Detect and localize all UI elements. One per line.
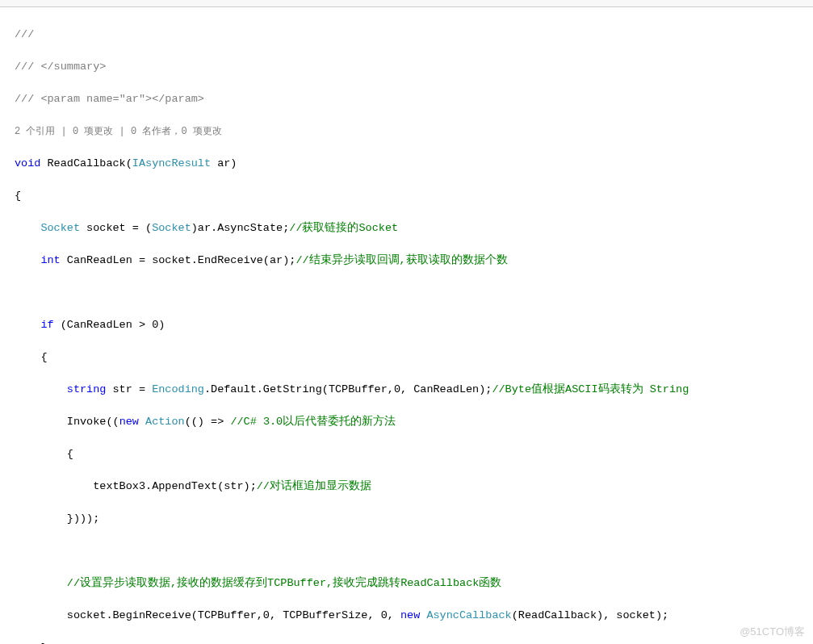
code-line: if (CanReadLen > 0) <box>15 317 813 333</box>
code-line: void ReadCallback(IAsyncResult ar) <box>15 156 813 172</box>
code-line: //设置异步读取数据,接收的数据缓存到TCPBuffer,接收完成跳转ReadC… <box>15 575 813 592</box>
code-line: { <box>15 349 813 366</box>
watermark-text: @51CTO博客 <box>740 625 805 639</box>
code-line: { <box>15 446 813 462</box>
code-line: /// <param name="ar"></param> <box>15 91 813 107</box>
code-line: string str = Encoding.Default.GetString(… <box>15 382 813 398</box>
code-line <box>15 285 813 301</box>
code-line: } <box>15 640 813 644</box>
code-line: int CanReadLen = socket.EndReceive(ar);/… <box>15 253 813 269</box>
code-line: }))); <box>15 511 813 527</box>
code-line: /// </summary> <box>15 59 813 75</box>
code-line: socket.BeginReceive(TCPBuffer,0, TCPBuff… <box>15 608 813 624</box>
code-line: { <box>15 188 813 204</box>
code-line: Socket socket = (Socket)ar.AsyncState;//… <box>15 220 813 236</box>
code-editor[interactable]: /// /// </summary> /// <param name="ar">… <box>0 7 813 644</box>
code-line: Invoke((new Action(() => //C# 3.0以后代替委托的… <box>15 414 813 430</box>
code-line: /// <box>15 27 813 43</box>
code-line: textBox3.AppendText(str);//对话框追加显示数据 <box>15 479 813 495</box>
codelens-info[interactable]: 2 个引用 | 0 项更改 | 0 名作者，0 项更改 <box>15 123 813 140</box>
code-line <box>15 543 813 559</box>
editor-top-border <box>0 0 813 7</box>
